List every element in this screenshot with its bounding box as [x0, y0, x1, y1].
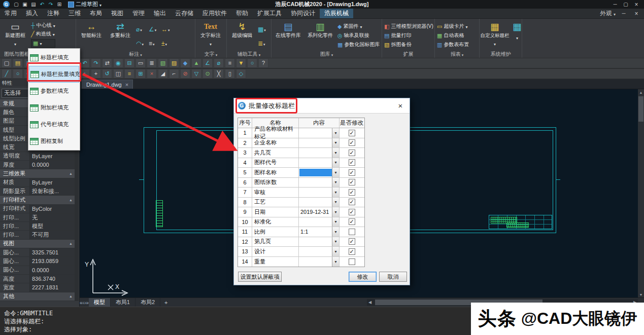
- content-cell[interactable]: [299, 247, 340, 256]
- maximize-button[interactable]: [621, 1, 630, 8]
- super-edit-button[interactable]: ↯ 超级编辑: [229, 20, 255, 38]
- doc-minimize-button[interactable]: [619, 10, 628, 17]
- menu-item[interactable]: 图框复制: [29, 133, 79, 150]
- scroll-down-icon[interactable]: [638, 291, 644, 297]
- toolbar-icon[interactable]: ↕: [80, 69, 90, 79]
- property-value[interactable]: 2227.1831: [29, 283, 76, 291]
- content-value[interactable]: [299, 238, 332, 245]
- menu-item[interactable]: 标题栏批量填充: [29, 66, 79, 83]
- scroll-left-icon[interactable]: [367, 300, 373, 305]
- document-tab[interactable]: Drawing1.dwg: [82, 80, 133, 89]
- content-value[interactable]: [299, 129, 332, 137]
- dimension-tool-icon[interactable]: ⌀: [136, 22, 148, 36]
- property-row[interactable]: 材质 ByLayer: [0, 178, 76, 187]
- dropdown-button[interactable]: [332, 158, 339, 168]
- custom-titleblock-button[interactable]: ▦ 自定义标题栏: [482, 20, 508, 48]
- aux-tool-icon[interactable]: ≣: [258, 36, 270, 50]
- toolbar-icon[interactable]: ⊞: [135, 69, 146, 79]
- ribbon-tab[interactable]: 插入: [21, 9, 43, 18]
- modify-button[interactable]: 修改: [349, 272, 377, 282]
- modify-checkbox[interactable]: [349, 218, 355, 225]
- centerline-button[interactable]: ┼ 中心线: [31, 22, 55, 29]
- content-value[interactable]: [299, 139, 332, 146]
- dropdown-button[interactable]: [332, 178, 339, 188]
- content-value[interactable]: [299, 178, 332, 186]
- vertical-scrollbar[interactable]: [638, 89, 644, 297]
- menu-item[interactable]: 参数栏填充: [29, 83, 79, 99]
- menu-item[interactable]: 代号栏填充: [29, 116, 79, 133]
- ribbon-tab[interactable]: 协同设计: [286, 9, 320, 18]
- doc-close-button[interactable]: [632, 10, 641, 17]
- modify-checkbox[interactable]: [349, 199, 355, 205]
- ribbon-tab[interactable]: 浩辰机械: [320, 9, 353, 18]
- property-value[interactable]: ByLayer: [29, 152, 76, 160]
- modify-checkbox[interactable]: [349, 150, 355, 156]
- toolbar-icon[interactable]: ◫: [113, 69, 123, 79]
- dropdown-button[interactable]: [332, 257, 339, 267]
- dropdown-button[interactable]: [332, 128, 339, 138]
- close-button[interactable]: [632, 1, 641, 8]
- dropdown-button[interactable]: [332, 138, 339, 148]
- property-row[interactable]: 宽度 2227.1831: [0, 283, 76, 292]
- dimension-tool-icon[interactable]: ∠: [149, 22, 161, 36]
- modify-checkbox[interactable]: [349, 130, 355, 136]
- layout-tab[interactable]: 模型: [89, 298, 111, 307]
- model-browser-button[interactable]: ◧ 三维模型浏览器(V): [384, 23, 433, 30]
- toolbar-icon[interactable]: ▢: [2, 58, 12, 68]
- ribbon-tab[interactable]: 三维: [64, 9, 85, 18]
- toolbar-icon[interactable]: ╳: [214, 69, 224, 79]
- property-row[interactable]: 三维效果: [0, 169, 76, 178]
- toolbar-icon[interactable]: ○: [13, 69, 23, 79]
- property-value[interactable]: ByLayer: [29, 178, 76, 187]
- property-row[interactable]: 厚度 0.0000: [0, 161, 76, 169]
- fastener-button[interactable]: ◆ 紧固件: [337, 23, 380, 30]
- table-style-button[interactable]: ▦: [511, 20, 522, 42]
- property-row[interactable]: 圆心... 0.0000: [0, 266, 76, 275]
- titleblock-fill-dropdown[interactable]: ▦: [31, 39, 55, 48]
- property-row[interactable]: 透明度 ByLayer: [0, 152, 76, 161]
- dimension-tool-icon[interactable]: ◠: [136, 36, 148, 50]
- content-cell[interactable]: [299, 148, 340, 158]
- toolbar-icon[interactable]: +: [91, 69, 101, 79]
- quick-access-icon[interactable]: ▣: [21, 1, 28, 8]
- property-value[interactable]: 无: [29, 213, 76, 221]
- bearing-button[interactable]: ◎ 轴承及联接: [337, 32, 380, 39]
- toolbar-icon[interactable]: ▤: [13, 58, 23, 68]
- toolbar-icon[interactable]: ▭: [135, 58, 146, 68]
- content-cell[interactable]: [299, 128, 340, 138]
- close-icon[interactable]: [125, 82, 128, 88]
- content-cell[interactable]: [299, 237, 340, 247]
- property-row[interactable]: 圆心... 3325.7501: [0, 248, 76, 257]
- toolbar-icon[interactable]: ◆: [180, 58, 190, 68]
- content-value[interactable]: [299, 198, 332, 206]
- param-library-button[interactable]: ▦ 参数化国标图库: [337, 41, 380, 48]
- toolbar-icon[interactable]: ×: [147, 69, 157, 79]
- content-cell[interactable]: [299, 188, 340, 197]
- property-value[interactable]: ByColor: [29, 205, 76, 213]
- ribbon-tab[interactable]: 管理: [128, 9, 149, 18]
- quick-access-icon[interactable]: ⊞: [56, 1, 63, 8]
- minimize-button[interactable]: [611, 1, 620, 8]
- text-annotation-button[interactable]: Text 文字标注: [197, 20, 224, 48]
- appearance-dropdown[interactable]: 外观: [600, 9, 616, 18]
- dropdown-button[interactable]: [332, 168, 339, 177]
- toolbar-icon[interactable]: ⊟: [124, 58, 134, 68]
- toolbar-icon[interactable]: ⇄: [102, 58, 112, 68]
- content-value[interactable]: 2019-12-31: [299, 208, 332, 216]
- toolbar-icon[interactable]: ╱: [2, 69, 12, 79]
- content-cell[interactable]: [299, 198, 340, 207]
- dimension-tool-icon[interactable]: ↔: [161, 22, 174, 36]
- modify-checkbox[interactable]: [349, 229, 355, 235]
- dimension-tool-icon[interactable]: ±: [161, 36, 174, 50]
- super-card-button[interactable]: ▭ 超级卡片: [437, 23, 469, 30]
- ribbon-tab[interactable]: 扩展工具: [253, 9, 286, 18]
- app-logo-icon[interactable]: [3, 1, 10, 8]
- content-cell[interactable]: 2019-12-31: [299, 207, 340, 217]
- quick-access-icon[interactable]: ↶: [39, 1, 46, 8]
- menu-item[interactable]: 附加栏填充: [29, 99, 79, 116]
- ribbon-tab[interactable]: 帮助: [231, 9, 253, 18]
- set-default-mask-button[interactable]: 设置默认屏蔽项: [238, 272, 282, 282]
- aux-tool-icon[interactable]: ▦: [258, 22, 270, 36]
- auto-table-button[interactable]: ▦ 自动表格: [437, 32, 469, 39]
- toolbar-icon[interactable]: ≣: [147, 58, 157, 68]
